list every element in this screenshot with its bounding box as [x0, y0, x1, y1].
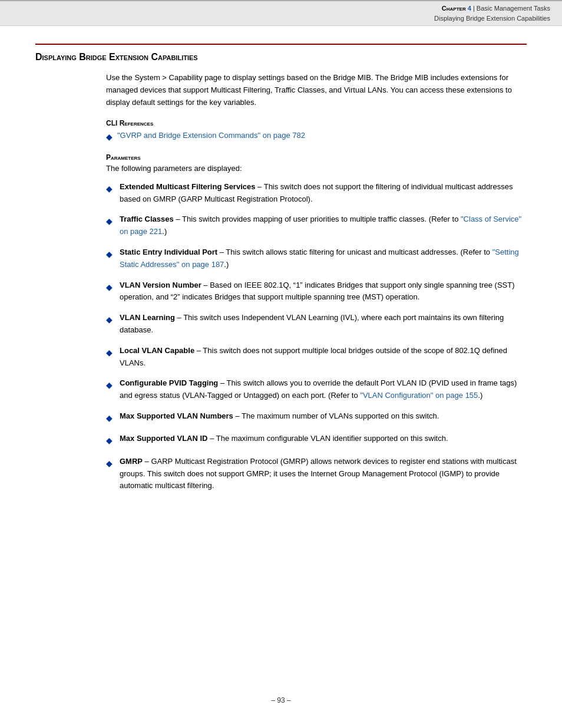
- main-content: Displaying Bridge Extension Capabilities…: [0, 26, 562, 524]
- page-header: Chapter 4 | Basic Management Tasks Displ…: [0, 0, 562, 26]
- cli-references-list: ◆ "GVRP and Bridge Extension Commands" o…: [106, 130, 527, 143]
- page-footer: – 93 –: [0, 684, 562, 716]
- bullet-diamond-icon: ◆: [106, 130, 113, 143]
- param-item-vlan-version: ◆ VLAN Version Number – Based on IEEE 80…: [106, 279, 527, 304]
- param-item-static-entry: ◆ Static Entry Individual Port – This sw…: [106, 246, 527, 271]
- param-name: Extended Multicast Filtering Services: [120, 182, 255, 191]
- param-link[interactable]: "VLAN Configuration" on page 155: [360, 391, 478, 400]
- page-number: – 93 –: [271, 696, 290, 704]
- param-diamond-icon: ◆: [106, 378, 113, 391]
- chapter-label: Chapter 4: [442, 5, 473, 12]
- param-text: VLAN Learning – This switch uses Indepen…: [120, 312, 527, 337]
- param-desc: – This switch provides mapping of user p…: [174, 215, 461, 223]
- cli-references-label: CLI References: [106, 119, 527, 127]
- param-desc: – GARP Multicast Registration Protocol (…: [120, 457, 517, 490]
- param-text: Local VLAN Capable – This switch does no…: [120, 345, 527, 370]
- chapter-word: Chapter: [442, 5, 466, 12]
- param-item-max-vlan-id: ◆ Max Supported VLAN ID – The maximum co…: [106, 433, 527, 447]
- param-diamond-icon: ◆: [106, 215, 113, 228]
- cli-reference-link[interactable]: "GVRP and Bridge Extension Commands" on …: [117, 130, 305, 142]
- param-name: VLAN Version Number: [120, 281, 201, 289]
- param-desc-after: .): [224, 260, 229, 269]
- param-item-max-vlan-numbers: ◆ Max Supported VLAN Numbers – The maxim…: [106, 410, 527, 424]
- cli-reference-item: ◆ "GVRP and Bridge Extension Commands" o…: [106, 130, 527, 143]
- param-desc: – This switch allows static filtering fo…: [217, 248, 492, 256]
- indented-block: Use the System > Capability page to disp…: [106, 72, 527, 492]
- chapter-title: Basic Management Tasks: [477, 5, 550, 12]
- parameters-list: ◆ Extended Multicast Filtering Services …: [106, 181, 527, 492]
- param-text: GMRP – GARP Multicast Registration Proto…: [120, 456, 527, 492]
- param-desc: – The maximum number of VLANs supported …: [233, 411, 439, 420]
- param-diamond-icon: ◆: [106, 313, 113, 326]
- param-diamond-icon: ◆: [106, 411, 113, 424]
- param-diamond-icon: ◆: [106, 434, 113, 447]
- param-desc: – This switch uses Independent VLAN Lear…: [120, 313, 504, 334]
- param-desc: – The maximum configurable VLAN identifi…: [208, 434, 448, 443]
- param-text: Max Supported VLAN Numbers – The maximum…: [120, 410, 527, 423]
- param-item-extended-multicast: ◆ Extended Multicast Filtering Services …: [106, 181, 527, 206]
- section-divider: [35, 44, 527, 45]
- param-item-gmrp: ◆ GMRP – GARP Multicast Registration Pro…: [106, 456, 527, 492]
- param-name: GMRP: [120, 457, 143, 466]
- param-name: Static Entry Individual Port: [120, 248, 217, 256]
- param-name: Traffic Classes: [120, 215, 174, 223]
- param-diamond-icon: ◆: [106, 346, 113, 359]
- param-diamond-icon: ◆: [106, 248, 113, 261]
- section-heading: Displaying Bridge Extension Capabilities: [35, 52, 527, 62]
- param-desc-after: .): [162, 227, 167, 236]
- parameters-intro: The following parameters are displayed:: [106, 164, 527, 173]
- param-item-pvid-tagging: ◆ Configurable PVID Tagging – This switc…: [106, 377, 527, 402]
- param-text: Configurable PVID Tagging – This switch …: [120, 377, 527, 402]
- param-item-local-vlan: ◆ Local VLAN Capable – This switch does …: [106, 345, 527, 370]
- param-item-traffic-classes: ◆ Traffic Classes – This switch provides…: [106, 213, 527, 238]
- param-desc-after: .): [478, 391, 482, 400]
- param-text: Traffic Classes – This switch provides m…: [120, 213, 527, 238]
- param-item-vlan-learning: ◆ VLAN Learning – This switch uses Indep…: [106, 312, 527, 337]
- param-text: Static Entry Individual Port – This swit…: [120, 246, 527, 271]
- param-text: VLAN Version Number – Based on IEEE 802.…: [120, 279, 527, 304]
- param-text: Max Supported VLAN ID – The maximum conf…: [120, 433, 527, 445]
- param-name: Max Supported VLAN Numbers: [120, 411, 233, 420]
- intro-paragraph: Use the System > Capability page to disp…: [106, 72, 527, 108]
- param-name: Local VLAN Capable: [120, 346, 194, 355]
- param-diamond-icon: ◆: [106, 182, 113, 195]
- page-subtitle: Displaying Bridge Extension Capabilities: [434, 15, 550, 22]
- param-text: Extended Multicast Filtering Services – …: [120, 181, 527, 206]
- chapter-number: 4: [468, 5, 471, 12]
- param-name: Max Supported VLAN ID: [120, 434, 208, 443]
- param-diamond-icon: ◆: [106, 457, 113, 470]
- param-name: Configurable PVID Tagging: [120, 378, 218, 387]
- parameters-label: Parameters: [106, 153, 527, 162]
- param-diamond-icon: ◆: [106, 281, 113, 294]
- page-container: Chapter 4 | Basic Management Tasks Displ…: [0, 0, 562, 728]
- param-name: VLAN Learning: [120, 313, 175, 322]
